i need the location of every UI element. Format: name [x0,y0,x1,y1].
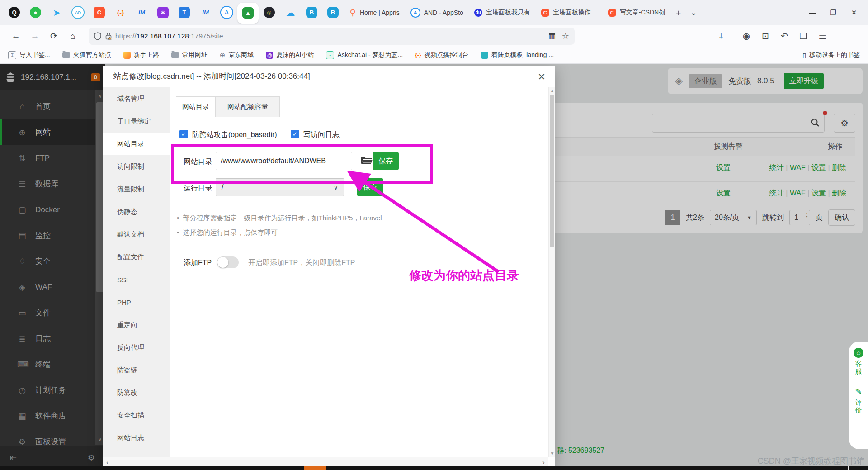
menu-item-security-scan[interactable]: 安全扫描 [103,404,170,427]
tab-cloud[interactable]: ☁ [280,0,301,25]
telegram-icon: ➤ [51,7,62,18]
menu-item-subdir-bind[interactable]: 子目录绑定 [103,110,170,133]
modal-horizontal-scrollbar[interactable]: ‹ › [103,457,548,467]
support-label[interactable]: 客服 [855,360,862,375]
close-window-button[interactable]: ✕ [844,4,864,22]
minimize-button[interactable]: — [802,4,823,22]
bookmark-ai-site[interactable]: @夏沫的AI小站 [266,51,314,59]
tab-label: 宝塔面板我只有 [486,9,530,17]
account-button[interactable]: ◉ [737,28,756,44]
open-basedir-checkbox[interactable]: ✓ [179,130,188,138]
tab-translate[interactable]: T [174,0,195,25]
tab-list-button[interactable]: ⌄ [686,5,701,20]
home-button[interactable]: ⌂ [63,28,82,44]
bookmark-askchat[interactable]: ▪Askchat.ai - 梦想为蓝... [326,51,403,59]
chevron-down-icon: ∨ [334,184,338,191]
run-dir-hint-2: • 选择您的运行目录，点保存即可 [177,228,278,237]
phone-icon: ▯ [802,52,806,59]
tab-site-quota[interactable]: 网站配额容量 [216,96,280,117]
tab-and-appstore[interactable]: A AND - AppSto [405,0,469,25]
close-icon[interactable]: ✕ [535,71,548,83]
modal-vertical-scrollbar[interactable]: ▲ ▼ [548,87,555,457]
tab-csdn[interactable]: C [89,0,110,25]
tab-b2[interactable]: B [322,0,344,25]
csdn-watermark: CSDN @王家视频教程图书馆 [758,456,864,466]
bookmarks-bar: ↧导入书签... 火狐官方站点 新手上路 常用网址 ⊕京东商城 @夏沫的AI小站… [0,47,868,64]
folder-icon [171,52,179,58]
bookmark-import[interactable]: ↧导入书签... [8,51,50,59]
fire-icon [123,52,131,59]
menu-item-domain[interactable]: 域名管理 [103,87,170,110]
bookmark-jd[interactable]: ⊕京东商城 [220,51,254,59]
scroll-up-icon[interactable]: ▲ [550,88,555,93]
menu-item-redirect[interactable]: 重定向 [103,313,170,336]
scroll-left-icon[interactable]: ‹ [106,458,108,466]
menu-button[interactable]: ☰ [813,28,832,44]
tab-baidu-baota[interactable]: du 宝塔面板我只有 [469,0,536,25]
menu-item-anti-leech[interactable]: 防盗链 [103,359,170,381]
tab-home-appris[interactable]: ⚲ Home | Appris [344,0,405,25]
menu-item-site-dir[interactable]: 网站目录 [103,133,170,155]
back-button[interactable]: ← [6,28,25,44]
reload-button[interactable]: ⟳ [44,28,63,44]
menu-item-default-doc[interactable]: 默认文档 [103,223,170,246]
restore-button[interactable]: ❐ [823,4,844,22]
menu-item-config-file[interactable]: 配置文件 [103,246,170,268]
bookmark-mobile-bookmarks[interactable]: ▯移动设备上的书签 [802,51,860,59]
new-tab-button[interactable]: ＋ [670,5,686,20]
menu-item-ssl[interactable]: SSL [103,268,170,291]
bookmark-landing-template[interactable]: 着陆页模板_landing ... [481,51,554,59]
tab-csdn-baota[interactable]: C 宝塔面板操作— [536,0,603,25]
bookmark-vod-console[interactable]: {-}视频点播控制台 [415,51,468,59]
tab-qq[interactable]: Q [4,0,25,25]
tab-csdn-write[interactable]: C 写文章-CSDN创 [603,0,670,25]
open-basedir-label: 防跨站攻击(open_basedir) [192,130,277,140]
tab-site-dir[interactable]: 网站目录 [176,96,216,117]
access-log-checkbox[interactable]: ✓ [291,130,299,138]
tab-ad[interactable]: AD [67,0,89,25]
bookmark-star-icon[interactable]: ☆ [562,31,569,41]
add-ftp-toggle[interactable] [217,256,239,268]
menu-item-access-limit[interactable]: 访问限制 [103,155,170,178]
scroll-down-icon[interactable]: ▼ [550,451,555,456]
run-dir-hint-1: • 部分程序需要指定二级目录作为运行目录，如ThinkPHP5，Laravel [177,214,382,223]
customer-service-icon: ☺ [854,348,863,358]
menu-item-php[interactable]: PHP [103,291,170,313]
bookmark-firefox-folder[interactable]: 火狐官方站点 [62,51,111,59]
baota-page: 192.168.107.1... 0 ⌂首页 ⊕网站 ⇅FTP ☰数据库 ▢Do… [0,64,868,470]
bookmark-common-sites-folder[interactable]: 常用网址 [171,51,208,59]
ad-icon: AD [71,6,85,19]
tab-imacros[interactable]: iM [131,0,152,25]
tab-telegram[interactable]: ➤ [46,0,67,25]
downloads-button[interactable]: ⤓ [712,28,731,44]
lock-warning-icon [105,32,112,40]
menu-item-rewrite[interactable]: 伪静态 [103,200,170,223]
menu-item-site-log[interactable]: 网站日志 [103,427,170,449]
tab-b1[interactable]: B [301,0,322,25]
url-bar[interactable]: https://192.168.107.128:17975/site ▦ ☆ [89,28,575,45]
tab-trip[interactable]: ◎ [259,0,280,25]
trip-icon: ◎ [264,7,275,18]
tab-baota-active[interactable]: ▲ [237,3,259,24]
add-ftp-label: 添加FTP [184,258,212,268]
tab-code[interactable]: {-} [110,0,131,25]
access-log-label: 写访问日志 [303,130,340,140]
wechat-icon: ● [30,7,41,18]
imacros-icon: iM [200,7,211,18]
screenshot-button[interactable]: ⊡ [756,28,775,44]
tab-appstore[interactable]: A [216,0,237,25]
menu-item-tamper-proof[interactable]: 防篡改 [103,381,170,404]
extensions-button[interactable]: ❑ [794,28,813,44]
menu-item-reverse-proxy[interactable]: 反向代理 [103,336,170,359]
scrollbar-thumb[interactable] [550,95,554,247]
qr-code-icon[interactable]: ▦ [548,31,556,41]
menu-item-traffic-limit[interactable]: 流量限制 [103,178,170,200]
tab-chatgpt[interactable]: ∗ [152,0,174,25]
forward-button[interactable]: → [25,28,44,44]
undo-button[interactable]: ↶ [775,28,794,44]
scroll-right-icon[interactable]: › [542,458,545,466]
review-label[interactable]: 评价 [855,399,862,414]
tab-imacros-2[interactable]: iM [195,0,216,25]
bookmark-getting-started[interactable]: 新手上路 [123,51,159,59]
tab-wechat[interactable]: ● [25,0,46,25]
